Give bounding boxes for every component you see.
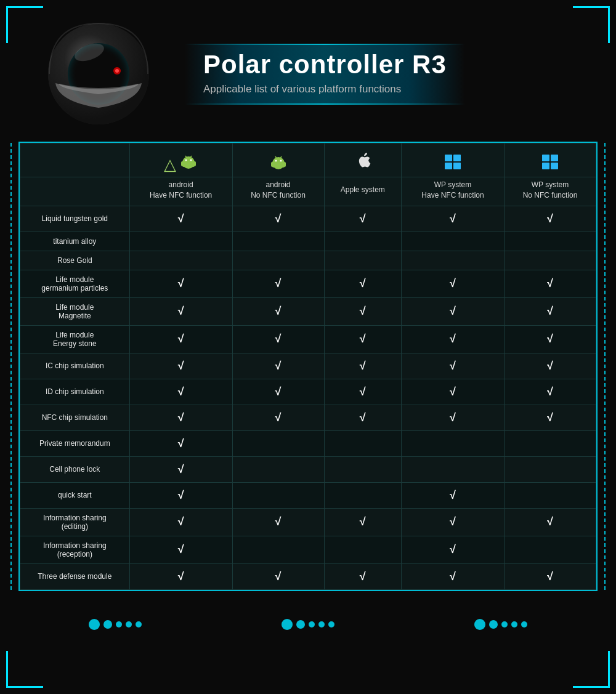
feature-label-cell [20,177,130,206]
checkmark: √ [450,333,456,345]
feature-cell: IC chip simulation [20,353,130,379]
dot [328,621,334,627]
apple-header: Apple system [324,177,402,206]
checkmark: √ [360,515,366,528]
cell-apple [324,251,402,270]
product-subtitle: Applicable list of various platform func… [203,83,447,95]
svg-rect-29 [551,155,558,161]
cell-android_no_nfc: √ [232,270,324,297]
feature-cell: Life module Energy stone [20,325,130,353]
cell-apple: √ [324,270,402,297]
dot [103,620,112,629]
checkmark: √ [275,570,282,583]
checkmark: √ [360,305,366,317]
checkmark: √ [275,360,282,372]
cell-android_no_nfc [232,482,324,508]
svg-rect-18 [271,162,274,167]
checkmark: √ [547,515,553,528]
apple-line1: Apple system [341,185,385,194]
feature-cell: Information sharing (editing) [20,508,130,536]
cell-wp_no_nfc: √ [504,270,596,297]
cell-wp_nfc: √ [402,353,505,379]
checkmark: √ [275,212,282,225]
dot [318,621,325,627]
cell-wp_nfc: √ [402,482,505,508]
table-row: Life module Energy stone√√√√√ [20,325,596,353]
dot [282,619,293,630]
checkmark: √ [450,385,456,398]
cell-android_no_nfc: √ [232,508,324,536]
svg-rect-24 [445,155,452,161]
cell-android_no_nfc [232,536,324,563]
checkmark: √ [275,305,282,317]
feature-cell: ID chip simulation [20,379,130,405]
svg-rect-11 [193,161,196,166]
checkmark: √ [178,437,184,450]
table-row: ID chip simulation√√√√√ [20,379,596,405]
cell-wp_no_nfc [504,232,596,251]
dot-group-left [89,619,142,630]
dot [136,621,142,627]
checkmark: √ [178,360,184,372]
cell-apple [324,430,402,456]
feature-cell: Life module germanium particles [20,270,130,297]
cell-android_nfc: √ [129,405,232,430]
cell-apple: √ [324,379,402,405]
checkmark: √ [275,515,282,528]
feature-cell: Cell phone lock [20,456,130,482]
svg-rect-30 [542,163,549,169]
feature-cell: NFC chip simulation [20,405,130,430]
table-row: Liquid tungsten gold√√√√√ [20,206,596,232]
cell-apple: √ [324,508,402,536]
cell-apple [324,482,402,508]
checkmark: √ [547,360,553,372]
cell-wp_no_nfc: √ [504,297,596,325]
checkmark: √ [178,385,184,398]
svg-point-12 [185,159,187,161]
cell-apple [324,232,402,251]
checkmark: √ [450,360,456,372]
feature-col-header [20,143,130,177]
cell-android_no_nfc: √ [232,379,324,405]
icon-header-row: △ [20,143,596,177]
cell-wp_no_nfc [504,430,596,456]
cell-android_nfc: √ [129,482,232,508]
checkmark: √ [360,360,366,372]
checkmark: √ [178,212,184,225]
checkmark: √ [275,277,282,289]
header-text-block: Polar controller R3 Applicable list of v… [185,44,465,105]
svg-point-7 [115,69,119,73]
checkmark: √ [547,212,553,225]
feature-cell: Three defense module [20,563,130,589]
cell-wp_nfc: √ [402,563,505,589]
svg-rect-25 [453,155,461,161]
cell-wp_no_nfc: √ [504,353,596,379]
cell-wp_no_nfc [504,456,596,482]
table-row: quick start√√ [20,482,596,508]
android-svg-2 [269,152,288,171]
checkmark: √ [178,277,184,289]
cell-android_no_nfc: √ [232,297,324,325]
checkmark: √ [450,543,456,555]
dot-group-center [282,619,334,630]
android-nfc-line2: Have NFC function [150,191,212,200]
cell-apple: √ [324,353,402,379]
android-svg-1 [179,151,198,170]
cell-android_nfc: √ [129,325,232,353]
checkmark: √ [360,333,366,345]
wp-no-nfc-header: WP system No NFC function [504,177,596,206]
checkmark: √ [547,411,553,424]
feature-cell: quick start [20,482,130,508]
table-row: Life module Magnetite√√√√√ [20,297,596,325]
svg-rect-17 [272,161,285,167]
checkmark: √ [450,212,456,225]
checkmark: √ [360,411,366,424]
cell-wp_no_nfc: √ [504,508,596,536]
features-table: △ [20,143,596,590]
dot [489,620,498,629]
wp-nfc-line2: Have NFC function [421,191,484,200]
svg-rect-27 [453,163,461,169]
checkmark: √ [450,489,456,501]
wp-no-nfc-line2: No NFC function [523,191,578,200]
cell-wp_nfc: √ [402,206,505,232]
